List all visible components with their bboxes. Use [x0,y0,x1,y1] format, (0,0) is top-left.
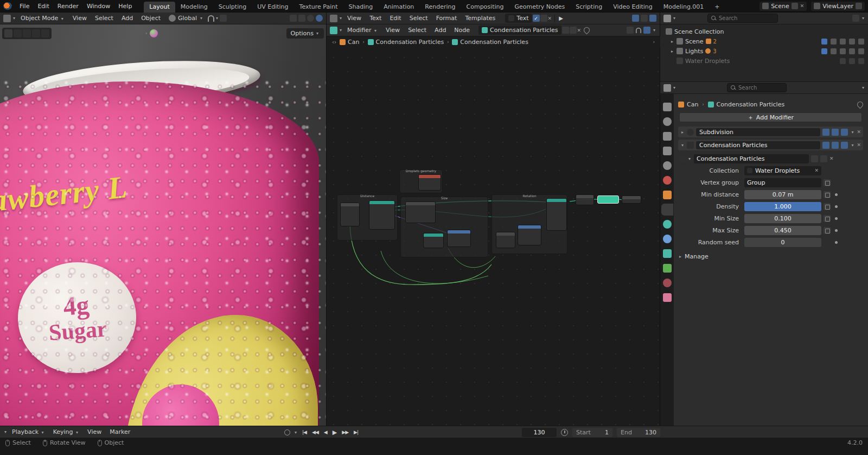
editor-type-text-icon[interactable] [330,15,337,22]
modifier-row-subdivision[interactable]: ▸ Subdivision ▾ ✕ [678,127,863,137]
node-menu-add[interactable]: Add [431,26,450,35]
breadcrumb-object[interactable]: Can [348,39,359,46]
properties-search[interactable] [727,83,787,92]
node-object-info[interactable] [418,174,441,191]
copy-node-group-icon[interactable] [820,155,827,162]
min-size-field[interactable]: 0.100 [744,214,821,223]
selectable-icon[interactable] [831,48,837,54]
parent-node-tree-icon[interactable] [627,27,634,34]
tab-constraints-icon[interactable] [663,249,672,258]
fake-user-shield-icon[interactable] [811,155,818,162]
node-group-output[interactable] [622,195,641,204]
realtime-toggle-icon[interactable] [832,129,839,136]
options-dropdown[interactable]: Options ▾ [286,28,324,39]
blender-logo-icon[interactable] [3,2,12,10]
text-menu-text[interactable]: Text [366,14,385,23]
edit-mode-toggle-icon[interactable] [822,129,829,136]
editor-type-3dview-icon[interactable] [3,15,11,22]
tab-scene-icon[interactable] [663,161,672,170]
collapse-condensation-icon[interactable]: ▾ [680,143,685,148]
node-map-range[interactable] [423,233,444,248]
node-overlays-chevron-icon[interactable]: ▾ [652,28,656,33]
input-attribute-toggle-icon[interactable] [824,191,831,198]
viewport-3d[interactable]: ▾ Object Mode ▾ View Select Add Object G… [0,12,326,426]
tab-layout[interactable]: Layout [144,2,175,12]
node-tree-type-dropdown[interactable]: Modifier ▾ [343,26,381,35]
end-frame-field[interactable]: End 130 [617,428,660,437]
node-menu-select[interactable]: Select [404,26,430,35]
delete-modifier-icon[interactable]: ✕ [857,142,861,148]
node-size-input[interactable] [405,201,436,223]
outliner-row-lights[interactable]: ▸ Lights 3 [660,46,868,56]
tab-material-icon[interactable] [663,279,672,287]
shading-rendered-icon[interactable] [316,15,323,22]
node-distribute-points[interactable] [369,200,395,230]
show-gizmo-icon[interactable] [290,15,297,22]
select-box-icon[interactable] [14,29,22,37]
outliner-filter-icon[interactable] [852,15,859,22]
tab-scripting[interactable]: Scripting [570,2,608,12]
text-menu-view[interactable]: View [343,14,365,23]
jump-to-start-button[interactable]: |◀ [301,429,308,435]
tab-compositing[interactable]: Compositing [461,2,509,12]
start-frame-field[interactable]: Start 1 [572,428,612,437]
proportional-edit-icon[interactable] [220,15,227,22]
checkbox-icon[interactable] [821,48,827,54]
tab-uv-editing[interactable]: UV Editing [252,2,293,12]
properties-search-input[interactable] [738,85,783,91]
jump-to-end-button[interactable]: ▶| [353,429,359,435]
play-button[interactable]: ▶ [331,428,337,437]
hide-render-icon[interactable] [858,39,864,45]
hide-viewport-eye-icon[interactable] [840,39,846,45]
add-modifier-button[interactable]: ＋ Add Modifier [679,112,862,122]
node-editor-type-chevron-icon[interactable]: ▾ [339,28,343,33]
input-attribute-toggle-icon[interactable] [824,203,831,210]
tab-texture-paint[interactable]: Texture Paint [294,2,343,12]
viewlayer-selector[interactable]: ViewLayer [811,2,865,11]
clear-collection-icon[interactable]: ✕ [814,168,819,173]
animate-decorator-icon[interactable] [835,217,838,220]
text-menu-edit[interactable]: Edit [386,14,405,23]
node-group-input-right[interactable] [576,194,594,205]
viewport-menu-select[interactable]: Select [91,14,117,23]
node-frame-distance[interactable]: Distance [337,194,398,241]
tab-world-icon[interactable] [663,176,672,185]
hide-render-icon[interactable] [858,48,864,54]
viewport-menu-view[interactable]: View [69,14,91,23]
breadcrumb-subtree[interactable]: Condensation Particles [460,39,528,46]
run-script-button[interactable]: ▶ [558,15,564,21]
play-reverse-button[interactable]: ◀ [323,429,328,435]
expand-subdivision-icon[interactable]: ▸ [680,130,685,135]
node-group-browse-icon[interactable] [678,155,685,162]
text-register-checkbox[interactable]: ✓ [533,15,540,22]
text-editor-type-chevron-icon[interactable]: ▾ [339,16,343,21]
snap-options-chevron-icon[interactable]: ▾ [215,16,219,21]
checkbox-icon[interactable] [840,58,846,64]
line-numbers-toggle-icon[interactable] [632,15,639,22]
tab-texture-icon[interactable] [663,293,672,302]
unlink-node-tree-icon[interactable]: ✕ [577,28,582,33]
editor-type-geometry-nodes-icon[interactable] [330,27,337,34]
tab-physics-icon[interactable] [663,235,672,243]
new-scene-icon[interactable] [792,3,798,9]
node-frame-size[interactable]: Size [400,197,488,257]
menu-help[interactable]: Help [114,2,136,11]
node-group-input[interactable] [340,203,360,226]
show-overlays-icon[interactable] [298,15,305,22]
outliner-filter-chevron-icon[interactable]: ▾ [861,16,865,21]
unlink-node-group-icon[interactable]: ✕ [829,156,834,161]
keying-set-chevron-icon[interactable]: ▾ [293,430,298,435]
tab-modeling-001[interactable]: Modeling.001 [658,2,710,12]
expand-scene-icon[interactable]: ▸ [670,39,674,44]
new-text-icon[interactable] [540,15,547,22]
condensation-name-field[interactable]: Condensation Particles [696,141,820,149]
pin-node-tree-icon[interactable] [583,26,591,35]
render-toggle-icon[interactable] [841,142,848,149]
node-menu-node[interactable]: Node [450,26,474,35]
properties-options-chevron-icon[interactable]: ▾ [861,85,865,90]
menu-window[interactable]: Window [83,2,114,11]
tab-animation[interactable]: Animation [378,2,419,12]
breadcrumb-nav-icon[interactable]: ‹› [331,39,337,45]
properties-type-chevron-icon[interactable]: ▾ [672,85,676,90]
node-align-euler[interactable] [518,225,541,245]
